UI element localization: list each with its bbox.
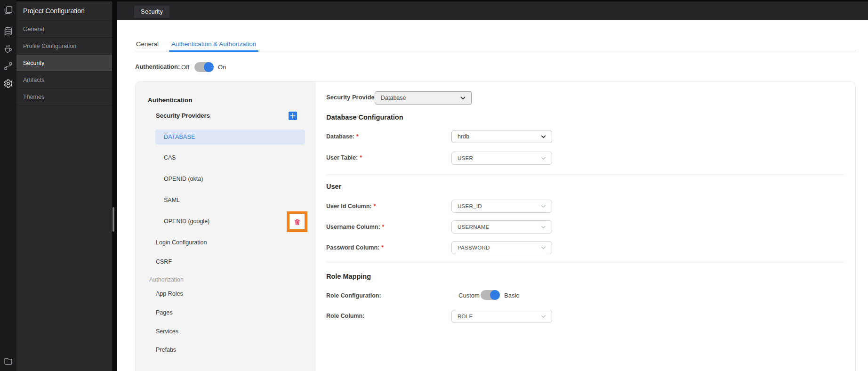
role-column-select[interactable]: ROLE: [451, 310, 552, 323]
role-configuration-label: Role Configuration:: [326, 291, 381, 300]
role-column-label: Role Column:: [326, 311, 364, 321]
required-asterisk: *: [374, 203, 376, 210]
user-section-heading: User: [326, 182, 341, 191]
chevron-down-icon: [460, 97, 466, 100]
required-asterisk: *: [360, 154, 362, 161]
editor-topbar: Security: [117, 0, 868, 20]
username-column-select[interactable]: USERNAME: [451, 220, 552, 234]
role-config-custom-label: Custom: [458, 291, 480, 300]
nav-item-login-configuration[interactable]: Login Configuration: [156, 238, 207, 247]
apis-flow-icon[interactable]: [3, 61, 14, 71]
user-table-label: User Table:*: [326, 153, 362, 162]
sidebar-item-general[interactable]: General: [16, 21, 112, 38]
add-security-provider-button[interactable]: [289, 112, 297, 120]
required-asterisk: *: [356, 133, 359, 140]
topbar-tab-security[interactable]: Security: [134, 6, 169, 18]
top-divider: [16, 0, 868, 1]
nav-item-app-roles[interactable]: App Roles: [156, 289, 183, 298]
provider-item-saml[interactable]: SAML: [164, 195, 180, 205]
role-config-basic-label: Basic: [504, 291, 519, 300]
plus-icon: [290, 113, 296, 119]
sidebar-item-security[interactable]: Security: [16, 55, 112, 72]
scrollbar-thumb[interactable]: [113, 207, 114, 232]
section-divider: [326, 175, 844, 175]
security-page: General Authentication & Authorization A…: [117, 20, 868, 371]
database-configuration-heading: Database Configuration: [326, 113, 403, 122]
security-provider-label: Security Provider: [326, 93, 377, 102]
chevron-down-icon: [541, 157, 546, 160]
tab-bar: General Authentication & Authorization: [135, 37, 856, 51]
activity-bar: [0, 0, 16, 371]
chevron-down-icon: [541, 315, 546, 318]
nav-item-services[interactable]: Services: [156, 327, 178, 336]
user-table-select[interactable]: USER: [451, 152, 552, 165]
password-column-select[interactable]: PASSWORD: [451, 241, 552, 254]
authentication-on-label: On: [218, 64, 226, 71]
sidebar-title: Project Configuration: [16, 0, 112, 21]
security-provider-select[interactable]: Database: [375, 91, 472, 105]
provider-item-openid-google[interactable]: OPENID (google): [164, 217, 209, 226]
sidebar-item-profile-configuration[interactable]: Profile Configuration: [16, 38, 112, 55]
tab-authentication-authorization[interactable]: Authentication & Authorization: [170, 37, 257, 51]
tab-general[interactable]: General: [135, 37, 160, 51]
sidebar-scrollbar[interactable]: [112, 0, 117, 371]
chevron-down-icon: [541, 226, 546, 229]
chevron-down-icon: [541, 205, 546, 208]
folder-icon[interactable]: [3, 356, 14, 366]
database-select[interactable]: hrdb: [451, 130, 552, 143]
provider-item-database[interactable]: DATABASE: [155, 129, 305, 145]
role-configuration-toggle[interactable]: [481, 290, 500, 300]
security-nav-panel: Authentication Security Providers DATABA…: [136, 81, 316, 371]
password-column-label: Password Column:*: [326, 243, 384, 252]
provider-item-openid-okta[interactable]: OPENID (okta): [164, 174, 203, 184]
java-services-icon[interactable]: [3, 43, 14, 54]
security-config-card: Authentication Security Providers DATABA…: [135, 81, 856, 371]
delete-provider-button[interactable]: [287, 211, 307, 232]
database-label: Database:*: [326, 132, 359, 141]
required-asterisk: *: [381, 244, 384, 251]
pages-icon[interactable]: [3, 5, 14, 15]
username-column-label: Username Column:*: [326, 222, 384, 232]
toggle-thumb: [204, 62, 214, 72]
sidebar-item-themes[interactable]: Themes: [16, 89, 112, 105]
provider-item-cas[interactable]: CAS: [164, 153, 176, 162]
section-divider: [326, 262, 844, 262]
provider-config-form: Security Provider Database Database Conf…: [316, 81, 855, 371]
chevron-down-icon: [541, 246, 546, 250]
project-configuration-sidebar: Project Configuration General Profile Co…: [16, 0, 112, 371]
nav-item-pages[interactable]: Pages: [156, 308, 172, 317]
settings-gear-icon[interactable]: [3, 78, 14, 89]
nav-item-prefabs[interactable]: Prefabs: [156, 345, 176, 355]
authentication-toggle[interactable]: [194, 62, 214, 72]
user-id-column-select[interactable]: USER_ID: [451, 200, 552, 213]
user-id-column-label: User Id Column:*: [326, 202, 376, 211]
database-icon[interactable]: [3, 26, 14, 36]
authorization-section-heading: Authorization: [149, 275, 184, 284]
toggle-thumb: [490, 290, 500, 300]
required-asterisk: *: [382, 224, 385, 230]
authentication-label: Authentication:: [135, 63, 180, 70]
authentication-section-heading: Authentication: [148, 96, 193, 105]
sidebar-item-artifacts[interactable]: Artifacts: [16, 72, 112, 89]
security-providers-heading: Security Providers: [156, 111, 210, 121]
trash-icon: [293, 218, 301, 226]
authentication-off-label: Off: [181, 64, 189, 71]
nav-item-csrf[interactable]: CSRF: [156, 257, 172, 266]
main-area: Security General Authentication & Author…: [117, 0, 868, 371]
chevron-down-icon: [541, 135, 546, 138]
role-mapping-heading: Role Mapping: [326, 272, 371, 281]
